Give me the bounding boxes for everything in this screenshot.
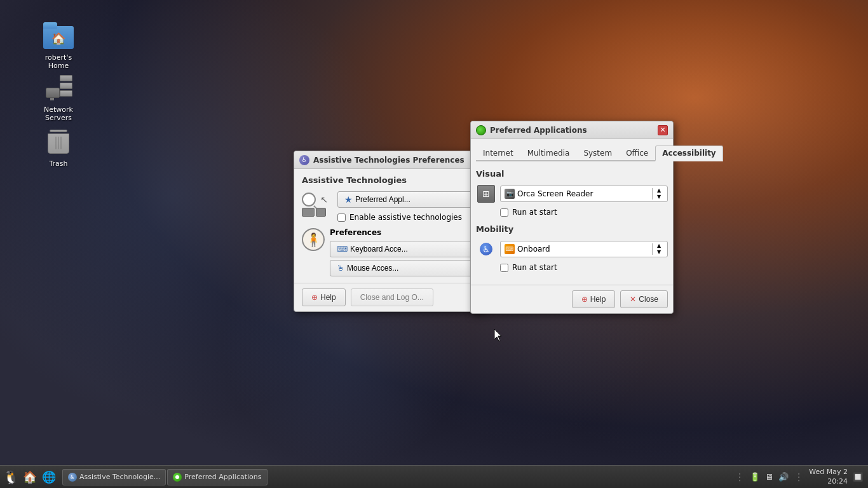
- visual-dropdown[interactable]: 📷 Orca Screen Reader ▲ ▼: [500, 186, 668, 202]
- home-folder-label: robert's Home: [36, 53, 81, 70]
- keyboard-accessibility-button[interactable]: ⌨ Keyboard Acce...: [330, 241, 476, 257]
- assistive-tech-title: ♿ Assistive Technologies Preferences: [299, 155, 465, 165]
- preferred-apps-content: Internet Multimedia System Office Access…: [471, 139, 673, 285]
- mouse-icon-small: [316, 208, 326, 217]
- preferred-apps-close-btn[interactable]: ✕: [658, 125, 668, 135]
- mobility-section: Mobility ♿ ⌨ Onboard ▲ ▼: [476, 224, 668, 272]
- taskbar-home-icon[interactable]: 🏠: [22, 469, 38, 485]
- mobility-dropdown-icon: ♿: [476, 239, 496, 259]
- visual-dropdown-icon: ⊞: [476, 184, 496, 204]
- taskbar-separator-left: ⋮: [735, 471, 745, 483]
- tabs-bar: Internet Multimedia System Office Access…: [476, 144, 668, 161]
- preferred-apps-window: Preferred Applications ✕ Internet Multim…: [470, 121, 674, 314]
- taskbar-left: 🐧 🏠 🌐: [0, 469, 57, 485]
- tab-office[interactable]: Office: [619, 146, 655, 161]
- pref-help-icon: ⊕: [581, 295, 588, 304]
- help-icon: ⊕: [311, 293, 318, 302]
- taskbar-apps: ♿ Assistive Technologie... ● Preferred A…: [62, 469, 268, 485]
- visual-dropdown-row: ⊞ 📷 Orca Screen Reader ▲ ▼: [476, 184, 668, 204]
- close-log-button[interactable]: Close and Log O...: [351, 288, 433, 306]
- mobility-dropdown-down-arrow: ▼: [657, 250, 661, 255]
- taskbar-assistive-label: Assistive Technologie...: [79, 473, 160, 481]
- mobility-run-at-start-row: Run at start: [500, 263, 668, 272]
- mobility-run-at-start-checkbox[interactable]: [500, 264, 508, 272]
- assistive-tech-buttons: ⊕ Help Close and Log O...: [294, 283, 484, 311]
- enable-assistive-row: Enable assistive technologies: [337, 213, 476, 222]
- mouse-accessibility-button[interactable]: 🖱 Mouse Acces...: [330, 260, 476, 276]
- preferred-apps-titlebar: Preferred Applications ✕: [471, 121, 673, 139]
- preferred-apps-title-icon: [476, 125, 486, 135]
- preferred-apps-button[interactable]: ★ Preferred Appl...: [337, 191, 476, 208]
- trash-label: Trash: [49, 159, 67, 168]
- assistive-tech-titlebar: ♿ Assistive Technologies Preferences: [294, 151, 484, 169]
- taskbar-end-icon: 🔲: [853, 472, 863, 482]
- tab-multimedia[interactable]: Multimedia: [520, 146, 577, 161]
- mobility-dropdown-arrows: ▲ ▼: [652, 243, 663, 255]
- taskbar-ubuntu-icon[interactable]: 🐧: [3, 469, 19, 485]
- desktop: 🏠 robert's Home Network Servers: [0, 0, 868, 488]
- mobility-dropdown-row: ♿ ⌨ Onboard ▲ ▼: [476, 239, 668, 259]
- enable-assistive-label: Enable assistive technologies: [349, 213, 462, 222]
- keyboard-acc-icon: ⌨: [337, 245, 348, 254]
- taskbar-right: ⋮ 🔋 🖥 🔊 ⋮ Wed May 2 20:24 🔲: [735, 468, 868, 486]
- home-folder-icon: 🏠: [43, 20, 74, 51]
- taskbar-assistive-icon: ♿: [68, 473, 77, 482]
- mobility-dropdown-up-arrow: ▲: [657, 243, 661, 248]
- assistive-tech-window: ♿ Assistive Technologies Preferences Ass…: [294, 151, 484, 312]
- taskbar-network-icon: 🖥: [765, 472, 773, 482]
- tab-system[interactable]: System: [576, 146, 619, 161]
- prefs-buttons: Preferences ⌨ Keyboard Acce... 🖱 Mouse A…: [330, 228, 476, 276]
- assistive-tech-icons: ↖: [302, 193, 332, 207]
- taskbar-globe-icon[interactable]: 🌐: [41, 469, 57, 485]
- network-servers-icon: [43, 72, 74, 103]
- network-servers-label: Network Servers: [36, 105, 81, 122]
- desktop-icon-home[interactable]: 🏠 robert's Home: [33, 18, 84, 72]
- visual-run-at-start-label: Run at start: [512, 208, 557, 217]
- dropdown-down-arrow: ▼: [657, 194, 661, 200]
- visual-section: Visual ⊞ 📷 Orca Screen Reader ▲: [476, 169, 668, 217]
- visual-dropdown-inner: 📷 Orca Screen Reader: [505, 189, 652, 199]
- visual-dropdown-arrows: ▲ ▼: [652, 188, 663, 200]
- taskbar-app-assistive[interactable]: ♿ Assistive Technologie...: [62, 469, 166, 485]
- desktop-icon-network[interactable]: Network Servers: [33, 70, 84, 125]
- preferred-apps-buttons: ⊕ Help ✕ Close: [471, 285, 673, 313]
- taskbar-volume-icon: 🔊: [778, 472, 789, 482]
- preferred-apps-btn-icon: ★: [344, 194, 353, 205]
- preferred-apps-close-button[interactable]: ✕ Close: [620, 290, 668, 308]
- assistive-tech-content: Assistive Technologies ↖ ★: [294, 169, 484, 283]
- mouse-acc-icon: 🖱: [337, 264, 344, 273]
- preferences-section: 🧍 Preferences ⌨ Keyboard Acce... 🖱 Mouse…: [302, 228, 476, 276]
- mobility-section-label: Mobility: [476, 224, 668, 234]
- taskbar-app-preferred[interactable]: ● Preferred Applications: [167, 469, 267, 485]
- orca-small-icon: 📷: [505, 189, 515, 199]
- onboard-small-icon: ⌨: [505, 244, 515, 254]
- taskbar-separator-right: ⋮: [794, 471, 804, 483]
- mouse-cursor: [494, 329, 502, 342]
- visual-run-at-start-checkbox[interactable]: [500, 208, 508, 217]
- trash-icon: [43, 126, 74, 157]
- assistive-help-button[interactable]: ⊕ Help: [302, 288, 346, 306]
- preferred-apps-help-button[interactable]: ⊕ Help: [572, 290, 616, 308]
- cursor-icon-small: ↖: [317, 193, 331, 207]
- screen-reader-icon: ⊞: [477, 185, 495, 203]
- preferred-apps-title: Preferred Applications: [476, 125, 587, 135]
- assistive-tech-section-title: Assistive Technologies: [302, 175, 476, 185]
- mobility-dropdown[interactable]: ⌨ Onboard ▲ ▼: [500, 241, 668, 257]
- dropdown-up-arrow: ▲: [657, 188, 661, 193]
- mobility-run-at-start-label: Run at start: [512, 263, 557, 272]
- tab-internet[interactable]: Internet: [476, 146, 520, 161]
- magnify-icon: [302, 193, 316, 207]
- pref-close-icon: ✕: [630, 295, 636, 304]
- prefs-content: 🧍 Preferences ⌨ Keyboard Acce... 🖱 Mouse…: [302, 228, 476, 276]
- taskbar: 🐧 🏠 🌐 ♿ Assistive Technologie... ● Prefe…: [0, 465, 868, 488]
- vitruvian-icon: 🧍: [302, 228, 325, 251]
- clock-date: Wed May 2: [809, 468, 848, 477]
- mobility-dropdown-inner: ⌨ Onboard: [505, 244, 652, 254]
- enable-assistive-checkbox[interactable]: [337, 214, 346, 222]
- assistive-tech-icon-row: ↖ ★ Preferred Appl...: [302, 191, 476, 208]
- taskbar-preferred-icon: ●: [173, 473, 182, 482]
- tab-accessibility[interactable]: Accessibility: [655, 146, 723, 161]
- keyboard-icon-small: [302, 208, 315, 217]
- clock-time: 20:24: [809, 477, 848, 486]
- desktop-icon-trash[interactable]: Trash: [33, 124, 84, 170]
